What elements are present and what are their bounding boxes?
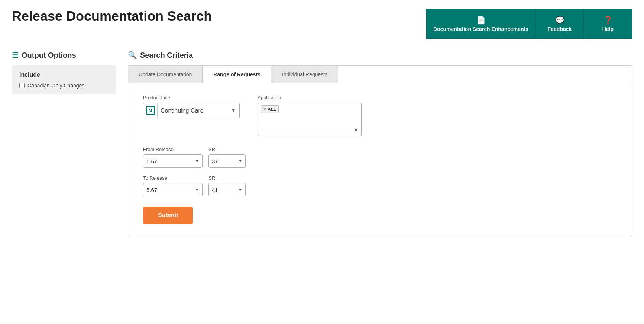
submit-button[interactable]: Submit: [143, 207, 193, 224]
application-group: Application × ALL ▼: [258, 95, 362, 136]
main-layout: ☰ Output Options Include Canadian-Only C…: [12, 51, 632, 236]
doc-enhancements-icon: 📄: [476, 16, 486, 25]
help-label: Help: [602, 26, 614, 32]
to-release-group: To Release 5.67 ▼: [143, 175, 203, 196]
page-header: Release Documentation Search 📄 Documenta…: [12, 9, 632, 39]
tabs-bar: Update Documentation Range of Requests I…: [128, 66, 632, 83]
from-sr-group: SR 37 ▼: [208, 147, 246, 168]
from-release-row: From Release 5.67 ▼ SR 37: [143, 147, 617, 168]
output-options-panel: ☰ Output Options Include Canadian-Only C…: [12, 51, 116, 94]
search-criteria-heading: 🔍 Search Criteria: [128, 51, 632, 60]
app-tag-label: ALL: [268, 106, 276, 112]
search-criteria-icon: 🔍: [128, 51, 137, 60]
product-icon-text: M: [149, 108, 152, 113]
doc-enhancements-button[interactable]: 📄 Documentation Search Enhancements: [426, 9, 535, 39]
header-buttons: 📄 Documentation Search Enhancements 💬 Fe…: [426, 9, 632, 39]
output-options-icon: ☰: [12, 51, 19, 60]
from-release-dropdown[interactable]: 5.67: [143, 158, 202, 164]
feedback-label: Feedback: [548, 26, 572, 32]
canadian-only-row: Canadian-Only Changes: [19, 83, 109, 89]
search-criteria-title: Search Criteria: [140, 51, 193, 60]
product-line-dropdown[interactable]: Continuing Care: [158, 108, 239, 114]
to-release-dropdown[interactable]: 5.67: [143, 187, 202, 193]
to-release-select[interactable]: 5.67 ▼: [143, 183, 203, 196]
application-label: Application: [258, 95, 362, 100]
panel-content: Product Line M Continuing Care ▼: [128, 83, 632, 236]
tab-update-documentation[interactable]: Update Documentation: [128, 66, 203, 83]
to-release-label: To Release: [143, 175, 203, 181]
to-sr-group: SR 41 ▼: [208, 175, 246, 196]
to-release-row: To Release 5.67 ▼ SR 41: [143, 175, 617, 196]
help-button[interactable]: ❓ Help: [584, 9, 632, 39]
tab-individual-requests[interactable]: Individual Requests: [271, 66, 338, 83]
to-sr-dropdown[interactable]: 41: [209, 187, 245, 193]
output-options-heading: ☰ Output Options: [12, 51, 116, 60]
output-options-title: Output Options: [22, 51, 76, 60]
remove-all-tag[interactable]: ×: [263, 107, 266, 112]
from-release-label: From Release: [143, 147, 203, 152]
from-sr-dropdown[interactable]: 37: [209, 158, 245, 164]
criteria-panel: Update Documentation Range of Requests I…: [128, 65, 632, 236]
from-sr-select[interactable]: 37 ▼: [208, 154, 246, 168]
to-sr-label: SR: [208, 175, 246, 181]
product-icon-box: M: [146, 106, 155, 115]
product-icon-container: M: [143, 103, 158, 118]
from-sr-label: SR: [208, 147, 246, 152]
tab-range-of-requests[interactable]: Range of Requests: [203, 66, 271, 83]
search-criteria-panel: 🔍 Search Criteria Update Documentation R…: [128, 51, 632, 236]
app-tag-all: × ALL: [261, 105, 279, 113]
options-box: Include Canadian-Only Changes: [12, 65, 116, 94]
page-title: Release Documentation Search: [12, 9, 212, 24]
product-line-label: Product Line: [143, 95, 240, 100]
feedback-icon: 💬: [555, 16, 564, 25]
to-sr-select[interactable]: 41 ▼: [208, 183, 246, 196]
canadian-only-label: Canadian-Only Changes: [27, 83, 84, 89]
application-arrow-icon[interactable]: ▼: [354, 128, 358, 133]
include-label: Include: [19, 71, 109, 78]
from-release-group: From Release 5.67 ▼: [143, 147, 203, 168]
from-release-select[interactable]: 5.67 ▼: [143, 154, 203, 168]
canadian-only-checkbox[interactable]: [19, 83, 25, 88]
help-icon: ❓: [603, 16, 613, 25]
product-line-group: Product Line M Continuing Care ▼: [143, 95, 240, 118]
application-multiselect[interactable]: × ALL ▼: [258, 103, 362, 136]
feedback-button[interactable]: 💬 Feedback: [535, 9, 584, 39]
product-line-select[interactable]: M Continuing Care ▼: [143, 103, 240, 118]
doc-enhancements-label: Documentation Search Enhancements: [433, 26, 528, 32]
product-application-row: Product Line M Continuing Care ▼: [143, 95, 617, 136]
